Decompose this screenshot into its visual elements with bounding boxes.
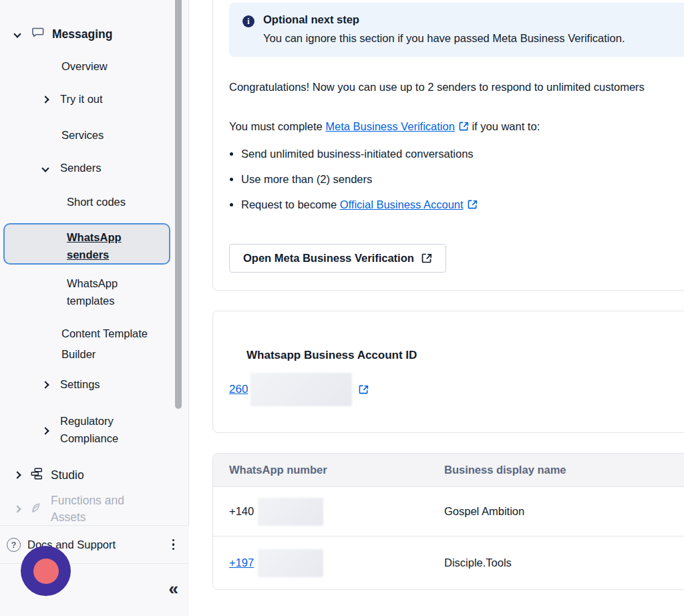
sidebar-item-try-it-out[interactable]: Try it out — [43, 93, 103, 106]
functions-icon — [29, 500, 44, 518]
bullet-text: Use more than (2) senders — [241, 173, 372, 185]
sidebar-item-label: WhatsApp senders — [67, 228, 150, 263]
sidebar-item-label: Content Template Builder — [61, 323, 165, 365]
sidebar-item-regulatory-compliance[interactable]: Regulatory Compliance — [43, 412, 147, 447]
congratulations-text: Congratulations! Now you can use up to 2… — [229, 81, 684, 94]
verify-suffix: if you want to: — [469, 120, 540, 132]
meta-business-verification-link[interactable]: Meta Business Verification — [325, 120, 455, 132]
redacted-number — [258, 498, 323, 526]
verify-requirement-line: You must complete Meta Business Verifica… — [229, 120, 684, 133]
table-header-row: WhatsApp number Business display name — [213, 454, 684, 487]
info-icon: i — [242, 15, 254, 27]
chevron-down-icon — [41, 164, 49, 172]
account-id-link[interactable]: 260 — [229, 383, 248, 396]
redacted-account-id — [250, 373, 352, 406]
external-link-icon — [421, 253, 432, 264]
info-callout: i Optional next step You can ignore this… — [229, 3, 684, 57]
sidebar-item-studio[interactable]: Studio — [15, 466, 84, 484]
external-link-icon[interactable] — [359, 385, 369, 395]
sidebar-item-label: WhatsApp templates — [67, 275, 150, 309]
verify-prefix: You must complete — [229, 120, 325, 132]
sidebar-item-label: Short codes — [67, 196, 126, 208]
sidebar-item-label: Studio — [51, 468, 84, 482]
table-row[interactable]: +140 Gospel Ambition — [213, 487, 684, 536]
list-item: Send unlimited business-initiated conver… — [241, 148, 684, 160]
sidebar-item-short-codes[interactable]: Short codes — [67, 196, 126, 208]
list-item: Request to become Official Business Acco… — [241, 198, 684, 211]
sidebar-scrollbar[interactable] — [175, 0, 182, 409]
sidebar-item-services[interactable]: Services — [61, 129, 104, 142]
sidebar-item-label: Try it out — [60, 93, 103, 106]
sidebar-item-numbers[interactable]: Numbers — [52, 0, 97, 2]
list-item: Use more than (2) senders — [241, 173, 684, 186]
sidebar-item-settings[interactable]: Settings — [43, 378, 100, 391]
sidebar-item-whatsapp-templates[interactable]: WhatsApp templates — [67, 275, 150, 309]
sidebar-item-functions-and-assets[interactable]: Functions and Assets — [15, 500, 138, 518]
kebab-menu-icon[interactable] — [170, 536, 178, 553]
whatsapp-business-account-card: Whatsapp Business Account ID 260 — [212, 311, 684, 433]
official-business-account-link[interactable]: Official Business Account — [340, 198, 464, 210]
sidebar-item-content-template-builder[interactable]: Content Template Builder — [61, 323, 165, 365]
chevron-right-icon — [41, 96, 49, 103]
bullet-text: Request to become — [241, 198, 340, 210]
app-window: Numbers Messaging Overview Try it out Se… — [0, 0, 684, 616]
external-link-icon — [468, 200, 478, 210]
chat-bubble-icon — [31, 25, 45, 43]
whatsapp-number: +140 — [229, 505, 254, 518]
senders-table: WhatsApp number Business display name +1… — [212, 453, 684, 590]
column-header-whatsapp-number: WhatsApp number — [213, 464, 444, 476]
account-id-row: 260 — [229, 373, 684, 406]
table-row[interactable]: +197 Disciple.Tools — [213, 536, 684, 589]
sidebar-item-label: Senders — [60, 162, 101, 174]
column-header-business-display-name: Business display name — [444, 464, 684, 476]
chevron-right-icon — [13, 505, 21, 512]
sidebar-item-label: Settings — [60, 378, 100, 391]
sidebar-item-label: Regulatory Compliance — [60, 412, 147, 447]
external-link-icon — [459, 122, 469, 132]
business-display-name: Gospel Ambition — [444, 505, 684, 518]
sidebar-item-overview[interactable]: Overview — [61, 60, 108, 73]
sidebar-item-whatsapp-senders-selected[interactable]: WhatsApp senders — [3, 223, 170, 265]
sidebar-item-label: Messaging — [52, 27, 112, 41]
whatsapp-number-link[interactable]: +197 — [229, 557, 254, 569]
studio-icon — [29, 466, 44, 484]
chevron-right-icon — [41, 381, 49, 388]
sidebar-item-messaging[interactable]: Messaging — [15, 24, 112, 44]
button-label: Open Meta Business Verification — [243, 252, 414, 265]
callout-title: Optional next step — [263, 13, 625, 26]
sidebar-item-senders[interactable]: Senders — [43, 162, 101, 174]
feedback-widget-bubble[interactable] — [21, 546, 71, 596]
verification-card: i Optional next step You can ignore this… — [212, 0, 684, 291]
chevron-down-icon — [13, 30, 21, 37]
open-meta-business-verification-button[interactable]: Open Meta Business Verification — [229, 244, 446, 273]
collapse-sidebar-button[interactable]: « — [169, 580, 178, 597]
sidebar-item-label: Overview — [61, 60, 108, 73]
help-question-icon: ? — [7, 538, 21, 552]
bullet-text: Send unlimited business-initiated conver… — [241, 148, 474, 160]
requirements-list: Send unlimited business-initiated conver… — [232, 148, 684, 211]
sidebar: Numbers Messaging Overview Try it out Se… — [0, 0, 189, 616]
sidebar-item-label: Services — [61, 129, 104, 142]
sidebar-item-label: Functions and Assets — [51, 492, 138, 526]
business-display-name: Disciple.Tools — [444, 557, 684, 569]
feedback-widget-dot — [33, 559, 59, 584]
redacted-number — [258, 549, 323, 577]
callout-body: You can ignore this section if you have … — [263, 32, 625, 45]
chevron-right-icon — [13, 471, 21, 478]
sidebar-item-label: Numbers — [52, 0, 97, 2]
chevron-right-icon — [41, 427, 49, 434]
account-id-heading: Whatsapp Business Account ID — [246, 349, 684, 362]
